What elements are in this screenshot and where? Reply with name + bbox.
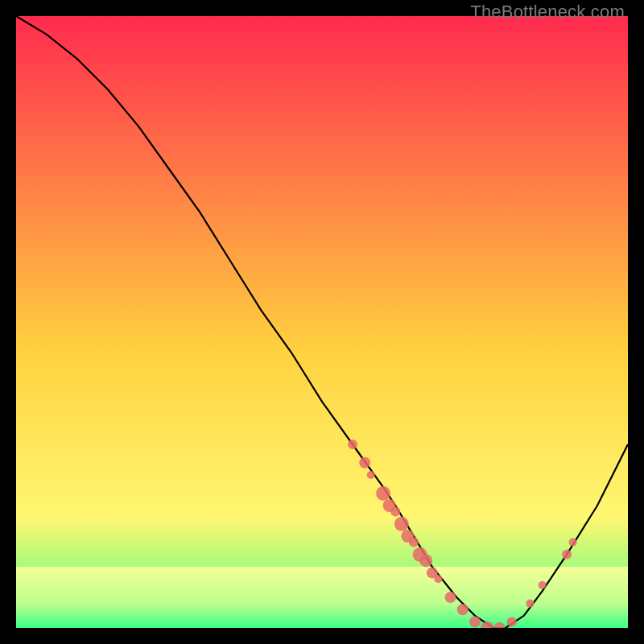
- marker-point: [348, 440, 357, 449]
- marker-point: [419, 554, 432, 567]
- marker-point: [526, 600, 534, 608]
- gradient-background: [16, 16, 628, 628]
- marker-point: [507, 617, 517, 626]
- marker-point: [562, 550, 572, 559]
- marker-point: [569, 539, 577, 547]
- marker-point: [457, 604, 469, 615]
- marker-point: [359, 457, 370, 469]
- marker-point: [394, 517, 409, 531]
- marker-point: [469, 616, 481, 627]
- marker-point: [445, 592, 456, 603]
- chart-frame: [16, 16, 628, 628]
- marker-point: [409, 538, 419, 547]
- marker-point: [376, 486, 390, 501]
- marker-point: [390, 507, 400, 517]
- marker-point: [367, 471, 375, 479]
- marker-point: [539, 581, 547, 589]
- marker-point: [434, 575, 442, 583]
- watermark-label: TheBottleneck.com: [470, 2, 625, 23]
- bottleneck-chart: [16, 16, 628, 628]
- optimal-band: [16, 567, 628, 628]
